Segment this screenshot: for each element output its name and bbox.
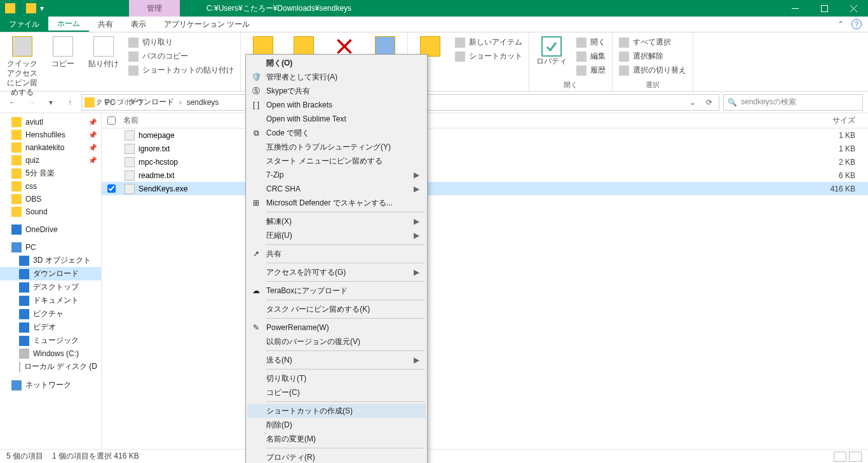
copy-path-button[interactable]: パスのコピー: [126, 50, 236, 62]
minimize-button[interactable]: [780, 0, 810, 17]
qat-dropdown-icon[interactable]: ▾: [40, 4, 44, 13]
contextual-tab-manage[interactable]: 管理: [129, 0, 180, 17]
menu-item[interactable]: 🛡️管理者として実行(A): [247, 70, 426, 84]
maximize-button[interactable]: [810, 0, 839, 17]
cut-button[interactable]: 切り取り: [126, 36, 236, 48]
menu-item[interactable]: プロパティ(R): [247, 450, 426, 463]
tree-item-pc-child[interactable]: ピクチャ: [0, 307, 101, 321]
tree-item-quick[interactable]: Henshufiles📌: [0, 128, 101, 141]
history-button[interactable]: 履歴: [574, 64, 608, 76]
tab-view[interactable]: 表示: [122, 17, 155, 32]
easy-access-button[interactable]: ショートカット: [452, 50, 525, 62]
menu-item[interactable]: ショートカットの作成(S): [247, 404, 426, 418]
refresh-button[interactable]: ⟳: [702, 98, 716, 107]
menu-item[interactable]: ⧉Code で開く: [247, 126, 426, 140]
breadcrumb-pc[interactable]: PC: [102, 98, 118, 107]
menu-item[interactable]: [ ]Open with Brackets: [247, 98, 426, 112]
menu-separator: [266, 281, 424, 282]
tree-item-pc-child[interactable]: ドキュメント: [0, 294, 101, 307]
menu-item[interactable]: ⊞Microsoft Defender でスキャンする...: [247, 196, 426, 210]
folder-icon: [11, 142, 22, 153]
select-all-checkbox[interactable]: [107, 116, 116, 125]
paste-shortcut-button[interactable]: ショートカットの貼り付け: [126, 64, 236, 76]
column-size[interactable]: サイズ: [804, 115, 868, 126]
delete-button[interactable]: [326, 34, 363, 57]
tree-item-pc[interactable]: PC: [0, 241, 101, 254]
select-all-button[interactable]: すべて選択: [616, 36, 689, 48]
tree-item-quick[interactable]: css: [0, 180, 101, 193]
tree-item-quick[interactable]: aviutl📌: [0, 116, 101, 128]
file-row[interactable]: mpc-hcstop2 KB: [102, 155, 868, 169]
menu-item[interactable]: 互換性のトラブルシューティング(Y): [247, 140, 426, 154]
close-button[interactable]: [839, 0, 868, 17]
tree-item-quick[interactable]: OBS: [0, 193, 101, 205]
help-icon[interactable]: ?: [851, 19, 862, 29]
file-row[interactable]: homepage1 KB: [102, 128, 868, 142]
forward-button[interactable]: →: [24, 95, 39, 110]
tree-item-quick[interactable]: Sound: [0, 205, 101, 218]
menu-item[interactable]: 送る(N)▶: [247, 353, 426, 367]
menu-item[interactable]: Open with Sublime Text: [247, 112, 426, 126]
tab-file[interactable]: ファイル: [0, 17, 48, 32]
tab-share[interactable]: 共有: [89, 17, 122, 32]
tree-item-pc-child[interactable]: 3D オブジェクト: [0, 254, 101, 267]
tree-item-quick[interactable]: 5分 音楽: [0, 167, 101, 180]
tree-item-pc-child[interactable]: Windows (C:): [0, 347, 101, 360]
tree-item-network[interactable]: ネットワーク: [0, 378, 101, 392]
navigation-pane[interactable]: aviutl📌Henshufiles📌nankatekito📌quiz📌5分 音…: [0, 113, 102, 449]
tree-item-pc-child[interactable]: ローカル ディスク (D: [0, 360, 101, 373]
edit-button[interactable]: 編集: [574, 50, 608, 62]
thumbnails-view-button[interactable]: [849, 452, 862, 462]
tree-item-pc-child[interactable]: ビデオ: [0, 321, 101, 334]
row-checkbox[interactable]: [107, 184, 116, 193]
menu-item[interactable]: 7-Zip▶: [247, 168, 426, 182]
menu-item[interactable]: 名前の変更(M): [247, 432, 426, 446]
up-button[interactable]: ↑: [62, 95, 78, 110]
menu-item[interactable]: CRC SHA▶: [247, 182, 426, 196]
tree-item-quick[interactable]: nankatekito📌: [0, 141, 101, 154]
file-list-pane[interactable]: 名前 サイズ homepage1 KBignore.txt1 KBmpc-hcs…: [102, 113, 868, 449]
menu-item[interactable]: アクセスを許可する(G)▶: [247, 265, 426, 279]
new-item-button[interactable]: 新しいアイテム: [452, 36, 525, 48]
open-button[interactable]: 開く: [574, 36, 608, 48]
tree-item-pc-child[interactable]: デスクトップ: [0, 280, 101, 294]
breadcrumb-folder[interactable]: sendkeys: [184, 98, 222, 107]
tree-item-quick[interactable]: quiz📌: [0, 154, 101, 167]
tab-home[interactable]: ホーム: [48, 17, 89, 32]
menu-item[interactable]: 開く(O): [247, 56, 426, 70]
collapse-ribbon-icon[interactable]: ⌃: [837, 20, 844, 29]
status-item-count: 5 個の項目: [6, 451, 43, 462]
copy-button[interactable]: コピー: [44, 34, 81, 69]
tree-item-onedrive[interactable]: OneDrive: [0, 223, 101, 236]
properties-button[interactable]: ロパティ: [533, 34, 570, 66]
menu-item[interactable]: 圧縮(U)▶: [247, 228, 426, 242]
details-view-button[interactable]: [834, 452, 846, 462]
tree-item-pc-child[interactable]: ミュージック: [0, 334, 101, 347]
menu-item[interactable]: コピー(C): [247, 385, 426, 399]
file-row[interactable]: SendKeys.exe416 KB: [102, 182, 868, 195]
back-button[interactable]: ←: [5, 95, 20, 110]
pin-quick-access-button[interactable]: クイック アクセス にピン留めする: [4, 34, 41, 97]
menu-item[interactable]: ✎PowerRename(W): [247, 321, 426, 335]
menu-item[interactable]: 解凍(X)▶: [247, 214, 426, 228]
invert-selection-button[interactable]: 選択の切り替え: [616, 64, 689, 76]
search-box[interactable]: 🔍 sendkeysの検索: [723, 94, 863, 111]
paste-button[interactable]: 貼り付け: [85, 34, 122, 69]
menu-item[interactable]: 削除(D): [247, 418, 426, 432]
select-none-button[interactable]: 選択解除: [616, 50, 689, 62]
tab-app-tools[interactable]: アプリケーション ツール: [155, 17, 259, 32]
recent-dropdown-icon[interactable]: ▾: [43, 95, 58, 110]
menu-item[interactable]: スタート メニューにピン留めする: [247, 154, 426, 168]
tree-item-pc-child[interactable]: ダウンロード: [0, 267, 101, 280]
file-row[interactable]: ignore.txt1 KB: [102, 142, 868, 155]
menu-item[interactable]: タスク バーにピン留めする(K): [247, 302, 426, 316]
menu-item[interactable]: ↗共有: [247, 247, 426, 261]
folder-icon: [11, 169, 22, 179]
file-row[interactable]: readme.txt6 KB: [102, 169, 868, 182]
menu-item[interactable]: ⓈSkypeで共有: [247, 84, 426, 98]
menu-item[interactable]: ☁TeraBoxにアップロード: [247, 284, 426, 298]
breadcrumb-downloads[interactable]: ダウンロード: [126, 97, 177, 107]
menu-item[interactable]: 以前のバージョンの復元(V): [247, 335, 426, 349]
address-dropdown-icon[interactable]: ⌄: [686, 98, 700, 107]
menu-item[interactable]: 切り取り(T): [247, 371, 426, 385]
